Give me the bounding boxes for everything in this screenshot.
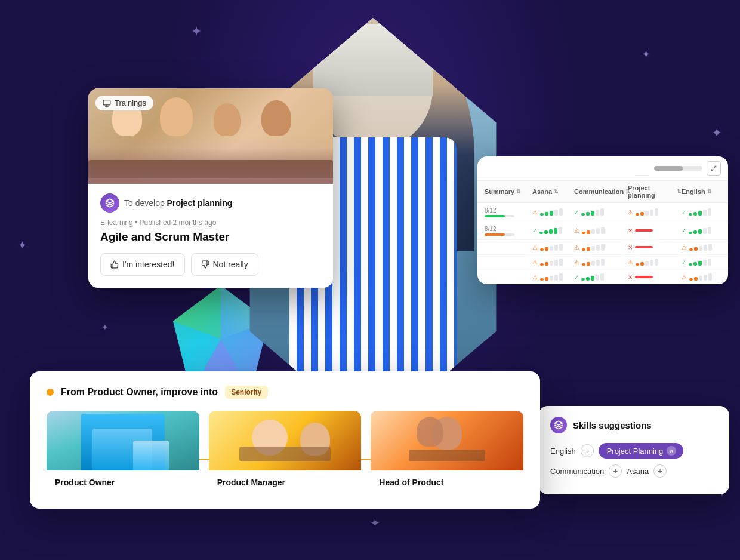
trainings-label: Trainings [115, 99, 146, 107]
role-image-head [371, 411, 523, 470]
skill-cell: ⚠ [532, 273, 574, 281]
seniority-badge: Seniority [225, 386, 267, 399]
remove-project-planning-button[interactable]: ✕ [667, 446, 676, 456]
col-asana[interactable]: Asana ⇅ [532, 184, 574, 199]
skill-cell-project-planning: ⚠ [628, 208, 682, 216]
skill-cell: ⚠ [628, 259, 682, 266]
role-card-product-owner[interactable]: Product Owner [47, 411, 199, 494]
col-project-planning[interactable]: Project planning ⇅ [628, 184, 682, 199]
course-actions: I'm interested! Not really [100, 253, 321, 276]
thumbs-down-icon [201, 260, 209, 269]
skill-cell-asana: ⚠ [532, 208, 574, 216]
skills-table-card: Summary ⇅ Asana ⇅ Communication ⇅ Projec… [477, 156, 728, 284]
role-image-building [47, 411, 199, 470]
suggestions-title: Skills suggestions [573, 420, 652, 430]
table-row: ⚠ ✓ ✕ ⚠ [477, 270, 728, 284]
skill-tag-english: English [550, 447, 576, 456]
download-button[interactable] [635, 161, 649, 176]
not-really-button[interactable]: Not really [191, 253, 258, 276]
career-header-text: From Product Owner, improve into [61, 387, 218, 398]
training-card-image: Trainings [88, 88, 333, 184]
role-image-team [209, 411, 362, 470]
table-toolbar [477, 156, 728, 181]
suggestions-row-2: Communication + Asana + [550, 464, 717, 478]
summary-cell: 8/12 [485, 225, 532, 236]
skill-cell-communication: ✓ [574, 208, 628, 216]
course-meta: E-learning • Published 2 months ago [100, 219, 321, 227]
sparkle-decoration: ✦ [18, 239, 27, 252]
skill-cell-english: ✓ [682, 208, 717, 216]
skill-cell: ⚠ [532, 244, 574, 251]
sparkle-decoration: ✦ [191, 24, 202, 39]
skill-cell: ✓ [574, 273, 628, 281]
career-header: From Product Owner, improve into Seniori… [47, 386, 523, 399]
skill-cell: ⚠ [682, 273, 717, 281]
skill-goal: To develop Project planning [100, 193, 321, 213]
interested-button[interactable]: I'm interested! [100, 253, 185, 276]
skill-cell-asana: ✓ [532, 227, 574, 234]
expand-button[interactable] [707, 161, 721, 176]
skill-cell: ⚠ [532, 259, 574, 266]
skills-suggestions-card: Skills suggestions English + Project Pla… [538, 406, 729, 494]
add-asana-button[interactable]: + [653, 464, 667, 478]
role-card-product-manager[interactable]: Product Manager [209, 411, 362, 494]
skill-cell: ✓ [682, 259, 717, 266]
table-header-row: Summary ⇅ Asana ⇅ Communication ⇅ Projec… [477, 181, 728, 203]
suggestions-row-1: English + Project Planning ✕ [550, 443, 717, 459]
skill-goal-text: To develop Project planning [124, 198, 232, 208]
skill-cell: ✕ [628, 274, 682, 281]
trainings-badge: Trainings [95, 96, 153, 110]
summary-cell: 8/12 [485, 207, 532, 217]
sparkle-decoration: ✦ [711, 125, 722, 141]
role-name-product-owner: Product Owner [47, 470, 199, 494]
add-communication-button[interactable]: + [609, 464, 622, 478]
skill-cell: ⚠ [682, 244, 717, 251]
table-row: ⚠ ⚠ ✕ ⚠ [477, 240, 728, 255]
skill-cell-project-planning: ✕ [628, 227, 682, 234]
monitor-icon [103, 99, 111, 107]
skill-cell: ⚠ [574, 244, 628, 251]
sparkle-decoration: ✦ [101, 322, 109, 332]
skill-tag-asana: Asana [627, 467, 649, 476]
course-title: Agile and Scrum Master [100, 230, 321, 244]
career-card: From Product Owner, improve into Seniori… [30, 371, 540, 509]
role-name-head-product: Head of Product [371, 470, 523, 494]
training-card: Trainings To develop Project planning E-… [88, 88, 333, 288]
table-row: 8/12 ⚠ ✓ ⚠ [477, 203, 728, 221]
col-communication[interactable]: Communication ⇅ [574, 184, 628, 199]
sparkle-decoration: ✦ [642, 48, 650, 61]
table-row: 8/12 ✓ ⚠ ✕ [477, 221, 728, 240]
suggestions-header: Skills suggestions [550, 417, 717, 433]
svg-rect-6 [103, 100, 110, 104]
skill-goal-icon [100, 193, 119, 213]
skill-cell-english: ✓ [682, 227, 717, 234]
table-row: ⚠ ⚠ ⚠ [477, 255, 728, 270]
col-english[interactable]: English ⇅ [682, 184, 717, 199]
career-dot [47, 389, 54, 396]
training-card-body: To develop Project planning E-learning •… [88, 184, 333, 288]
suggestions-icon [550, 417, 567, 433]
skill-tag-project-planning-active: Project Planning ✕ [599, 443, 684, 459]
progress-bar [654, 166, 702, 171]
skill-cell-communication: ⚠ [574, 227, 628, 234]
sparkle-decoration: ✦ [370, 516, 380, 530]
skill-cell: ⚠ [574, 259, 628, 266]
role-name-product-manager: Product Manager [209, 470, 362, 494]
add-english-button[interactable]: + [581, 444, 594, 457]
role-card-head-product[interactable]: Head of Product [371, 411, 523, 494]
thumbs-up-icon [110, 260, 119, 269]
skill-tag-communication: Communication [550, 467, 604, 476]
col-summary[interactable]: Summary ⇅ [485, 184, 532, 199]
skill-cell: ✕ [628, 244, 682, 251]
career-roles: Product Owner Product Manager Head of Pr… [47, 411, 523, 494]
